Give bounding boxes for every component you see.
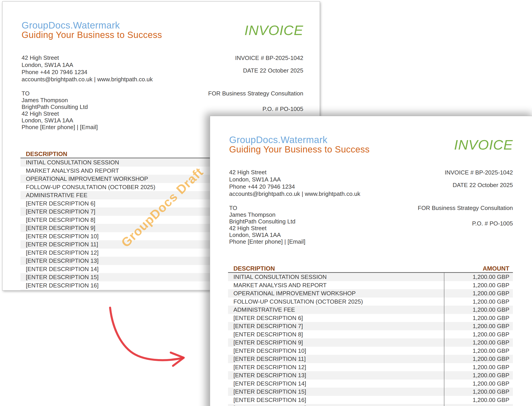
address-line: London, SW1A 1AA [229,176,360,183]
row-amount: 1,200.00 GBP [444,396,513,404]
table-row: OPERATIONAL IMPROVEMENT WORKSHOP1,200.00… [228,289,513,297]
address-line: accounts@brightpath.co.uk | www.brightpa… [22,76,153,83]
address-line: Phone +44 20 7946 1234 [229,183,360,190]
row-amount: 1,200.00 GBP [444,338,513,347]
amount-column-header: AMOUNT [483,265,513,272]
row-description: MARKET ANALYSIS AND REPORT [228,281,444,290]
company-tagline: Guiding Your Business to Success [229,144,370,154]
row-amount: 1,200.00 GBP [444,404,513,406]
row-description: [ENTER DESCRIPTION 15] [228,388,444,396]
row-description: [ENTER DESCRIPTION 12] [21,249,234,257]
address-line: 42 High Street [229,169,360,176]
row-amount: 1,200.00 GBP [444,388,513,396]
bill-to-label: TO [22,90,98,97]
line-items-table: INITIAL CONSULTATION SESSION1,200.00 GBP… [228,273,513,406]
table-row: [ENTER DESCRIPTION 13]1,200.00 GBP [228,371,513,379]
invoice-number: INVOICE # BP-2025-1042 [445,169,513,176]
bill-to-line: James Thompson [229,211,305,218]
row-description: [ENTER DESCRIPTION 14] [228,379,444,388]
table-row: [ENTER DESCRIPTION 17]1,200.00 GBP [228,404,513,406]
bill-to-line: James Thompson [22,97,98,103]
row-description: [ENTER DESCRIPTION 9] [228,338,444,347]
table-row: ADMINISTRATIVE FEE1,200.00 GBP [228,306,513,314]
invoice-heading: INVOICE [454,137,513,153]
row-description: ADMINISTRATIVE FEE [228,306,444,314]
bill-to-label: TO [229,205,305,211]
table-row: [ENTER DESCRIPTION 11]1,200.00 GBP [228,355,513,363]
row-amount: 1,200.00 GBP [444,371,513,379]
row-description: [ENTER DESCRIPTION 16] [21,281,234,290]
row-amount: 1,200.00 GBP [444,281,513,290]
company-address: 42 High Street London, SW1A 1AA Phone +4… [229,169,360,197]
address-line: accounts@brightpath.co.uk | www.brightpa… [229,190,360,197]
row-amount: 1,200.00 GBP [444,363,513,371]
row-description: [ENTER DESCRIPTION 6] [228,314,444,322]
row-description: [ENTER DESCRIPTION 7] [21,208,234,216]
row-amount: 1,200.00 GBP [444,273,513,281]
description-column-header: DESCRIPTION [21,151,67,157]
bill-to-line: BrightPath Consulting Ltd [229,218,305,225]
row-description: OPERATIONAL IMPROVEMENT WORKSHOP [228,289,444,297]
row-amount: 1,200.00 GBP [444,297,513,306]
row-description: FOLLOW-UP CONSULTATION (OCTOBER 2025) [228,297,444,306]
address-line: London, SW1A 1AA [22,61,153,68]
table-row: [ENTER DESCRIPTION 15]1,200.00 GBP [228,388,513,396]
table-row: [ENTER DESCRIPTION 6]1,200.00 GBP [228,314,513,322]
row-description: ADMINISTRATIVE FEE [21,191,234,199]
row-description: [ENTER DESCRIPTION 15] [21,273,234,281]
row-description: [ENTER DESCRIPTION 8] [228,330,444,339]
row-description: [ENTER DESCRIPTION 6] [21,199,234,208]
table-row: [ENTER DESCRIPTION 12]1,200.00 GBP [228,363,513,371]
table-row: [ENTER DESCRIPTION 9]1,200.00 GBP [228,338,513,347]
description-column-header: DESCRIPTION [228,265,275,272]
row-description: INITIAL CONSULTATION SESSION [21,158,234,167]
company-address: 42 High Street London, SW1A 1AA Phone +4… [22,54,153,83]
table-row: INITIAL CONSULTATION SESSION1,200.00 GBP [228,273,513,281]
bill-to-line: 42 High Street [229,225,305,232]
bill-to-line: BrightPath Consulting Ltd [22,103,98,110]
table-row: [ENTER DESCRIPTION 8]1,200.00 GBP [228,330,513,339]
bill-to-line: London, SW1A 1AA [229,232,305,238]
row-amount: 1,200.00 GBP [444,330,513,339]
table-row: MARKET ANALYSIS AND REPORT1,200.00 GBP [228,281,513,290]
table-row: [ENTER DESCRIPTION 14]1,200.00 GBP [228,379,513,388]
row-amount: 1,200.00 GBP [444,306,513,314]
invoice-for: FOR Business Strategy Consultation [418,205,513,211]
row-description: INITIAL CONSULTATION SESSION [228,273,444,281]
row-description: [ENTER DESCRIPTION 16] [228,396,444,404]
invoice-number: INVOICE # BP-2025-1042 [235,55,304,62]
screenshot-canvas: { "invoice": { "company": { "name": "Gro… [0,0,532,406]
row-description: FOLLOW-UP CONSULTATION (OCTOBER 2025) [21,183,234,191]
company-tagline: Guiding Your Business to Success [22,30,162,40]
row-amount: 1,200.00 GBP [444,322,513,330]
row-description: [ENTER DESCRIPTION 10] [228,347,444,355]
table-row: FOLLOW-UP CONSULTATION (OCTOBER 2025)1,2… [228,297,513,306]
bill-to-line: Phone [Enter phone] | [Email] [229,238,305,245]
row-description: [ENTER DESCRIPTION 17] [228,404,444,406]
bill-to-block: TO James Thompson BrightPath Consulting … [22,90,98,130]
invoice-for: FOR Business Strategy Consultation [208,90,303,97]
company-name: GroupDocs.Watermark [229,135,327,145]
company-name: GroupDocs.Watermark [22,20,120,31]
row-description: [ENTER DESCRIPTION 17] [21,290,234,290]
bill-to-line: 42 High Street [22,110,98,117]
row-description: [ENTER DESCRIPTION 13] [21,257,234,265]
row-description: [ENTER DESCRIPTION 12] [228,363,444,371]
address-line: 42 High Street [22,54,153,61]
bill-to-block: TO James Thompson BrightPath Consulting … [229,205,305,245]
row-description: [ENTER DESCRIPTION 11] [228,355,444,363]
bill-to-line: London, SW1A 1AA [22,117,98,124]
table-row: [ENTER DESCRIPTION 7]1,200.00 GBP [228,322,513,330]
bill-to-line: Phone [Enter phone] | [Email] [22,124,98,130]
invoice-po: P.O. # PO-1005 [262,106,303,113]
invoice-heading: INVOICE [244,22,303,38]
row-description: [ENTER DESCRIPTION 14] [21,265,234,273]
invoice-date: DATE 22 October 2025 [453,182,513,189]
row-description: [ENTER DESCRIPTION 13] [228,371,444,379]
red-annotation-arrow [97,297,198,370]
row-description: [ENTER DESCRIPTION 7] [228,322,444,330]
address-line: Phone +44 20 7946 1234 [22,68,153,76]
row-description: [ENTER DESCRIPTION 8] [21,216,234,224]
row-amount: 1,200.00 GBP [444,347,513,355]
invoice-date: DATE 22 October 2025 [243,67,303,74]
